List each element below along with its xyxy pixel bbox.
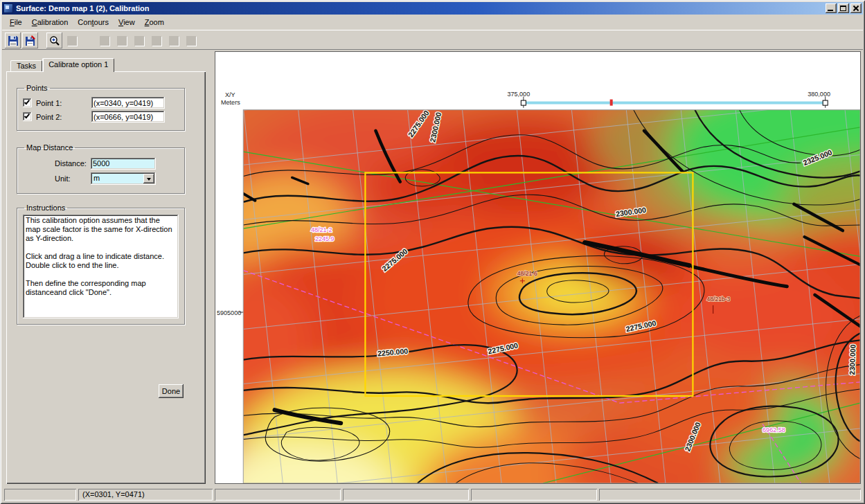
toolbar-button-disabled	[96, 33, 112, 48]
zoom-button[interactable]	[46, 33, 62, 48]
unit-row: Unit: m	[55, 172, 179, 185]
calibration-panel: Tasks Calibrate option 1 Points Point 1:…	[2, 50, 211, 484]
well-label: 48/21-6	[517, 270, 537, 277]
save-modified-icon	[25, 35, 36, 46]
svg-text:Meters: Meters	[221, 99, 240, 106]
toolbar-button-disabled	[114, 33, 130, 48]
point2-value-field[interactable]	[91, 111, 165, 123]
point1-row: Point 1:	[23, 97, 179, 109]
well-label: 48/21-2	[311, 226, 332, 233]
menu-calibration[interactable]: Calibration	[27, 16, 73, 28]
minimize-icon	[828, 10, 833, 11]
check-icon	[24, 113, 30, 119]
status-segment	[215, 489, 341, 501]
points-group: Points Point 1: Point 2:	[17, 84, 185, 131]
toolbar	[2, 30, 863, 50]
window-title: Surface: Demo map 1 (2), Calibration	[16, 4, 824, 12]
tabstrip: Tasks Calibrate option 1	[6, 57, 206, 71]
save-as-button[interactable]	[22, 33, 38, 48]
well-value-label: 2245.9	[315, 235, 335, 242]
distance-label: Distance:	[55, 159, 91, 168]
save-icon	[8, 35, 19, 46]
point1-label: Point 1:	[36, 99, 91, 107]
app-icon	[3, 3, 13, 13]
point1-value-field[interactable]	[91, 97, 165, 109]
status-segment	[471, 489, 597, 501]
calibrate-tab-page: Points Point 1: Point 2: Map Distance	[6, 71, 206, 484]
dropdown-button[interactable]	[143, 174, 154, 183]
axis-title: X/Y	[225, 91, 235, 98]
unit-selected-value: m	[91, 172, 142, 185]
tab-calibrate-option-1[interactable]: Calibrate option 1	[42, 58, 114, 72]
distance-row: Distance:	[55, 157, 179, 170]
map-canvas[interactable]: X/Y Meters 375,000 380,000 5905000	[215, 52, 860, 483]
map-distance-group: Map Distance Distance: Unit: m	[17, 143, 185, 194]
contour-label: 2300.000	[848, 344, 857, 375]
unit-select[interactable]: m	[91, 172, 156, 185]
point2-checkbox[interactable]	[23, 112, 32, 121]
distance-input[interactable]	[91, 158, 156, 170]
instructions-text: This calibration option assumes that the…	[23, 215, 179, 318]
titlebar[interactable]: Surface: Demo map 1 (2), Calibration	[2, 2, 863, 15]
well-label: 48/21b-3	[707, 296, 731, 303]
menu-file[interactable]: File	[5, 16, 27, 28]
main-area: Tasks Calibrate option 1 Points Point 1:…	[2, 50, 863, 487]
calibration-line[interactable]	[521, 100, 828, 106]
point1-checkbox[interactable]	[23, 98, 32, 107]
status-segment	[343, 489, 469, 501]
x-tick-left: 375,000	[507, 91, 530, 98]
instructions-legend: Instructions	[24, 204, 67, 212]
maximize-icon	[840, 6, 846, 11]
points-legend: Points	[24, 84, 50, 92]
zoom-magnifier-icon	[49, 35, 60, 46]
well-label: 6962.58	[763, 426, 785, 433]
save-button[interactable]	[5, 33, 21, 48]
statusbar: (X=0301, Y=0471)	[2, 487, 863, 502]
status-segment	[4, 489, 76, 501]
toolbar-button-disabled	[148, 33, 164, 48]
calibration-marker	[610, 100, 613, 106]
menubar: File Calibration Contours View Zoom	[2, 15, 863, 30]
toolbar-button-disabled	[131, 33, 147, 48]
maximize-button[interactable]	[838, 3, 849, 13]
point2-row: Point 2:	[23, 111, 179, 123]
calibration-handle-left[interactable]	[521, 100, 526, 105]
status-coordinates: (X=0301, Y=0471)	[78, 489, 213, 501]
minimize-button[interactable]	[826, 3, 837, 13]
chevron-down-icon	[147, 178, 151, 183]
toolbar-button-disabled	[64, 33, 80, 48]
instructions-group: Instructions This calibration option ass…	[17, 204, 185, 325]
point2-label: Point 2:	[36, 113, 91, 121]
map-distance-legend: Map Distance	[24, 143, 75, 152]
calibration-handle-right[interactable]	[823, 100, 828, 105]
y-tick: 5905000	[217, 309, 241, 316]
check-icon	[24, 99, 30, 105]
unit-label: Unit:	[55, 174, 91, 183]
menu-zoom[interactable]: Zoom	[140, 16, 169, 28]
map-panel: X/Y Meters 375,000 380,000 5905000	[215, 51, 861, 484]
grid-lines	[229, 96, 860, 483]
app-window: Surface: Demo map 1 (2), Calibration Fil…	[0, 0, 865, 504]
tab-tasks[interactable]: Tasks	[10, 60, 42, 71]
menu-contours[interactable]: Contours	[73, 16, 114, 28]
x-tick-right: 380,000	[808, 91, 830, 98]
close-button[interactable]	[850, 3, 862, 13]
status-segment	[599, 489, 861, 501]
menu-view[interactable]: View	[114, 16, 140, 28]
toolbar-button-disabled	[183, 33, 199, 48]
done-button[interactable]: Done	[159, 384, 184, 398]
toolbar-button-disabled	[166, 33, 181, 48]
